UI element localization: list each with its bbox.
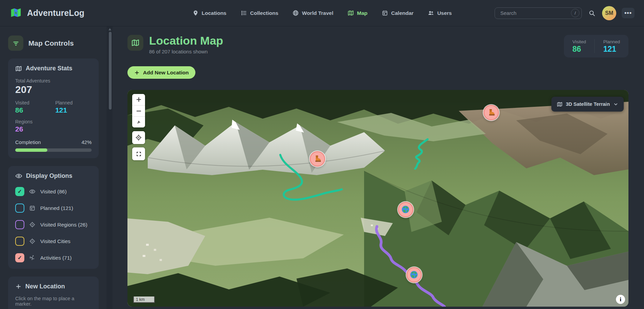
- display-options-heading: Display Options: [15, 172, 92, 180]
- main-navigation: Locations Collections World Travel Map C…: [192, 10, 452, 16]
- checkbox-planned[interactable]: [15, 204, 24, 213]
- adventurelog-logo-icon: [9, 7, 22, 20]
- calendar-icon: [29, 205, 35, 211]
- compass-icon: [136, 119, 142, 125]
- zoom-in-button[interactable]: [132, 94, 145, 105]
- adventure-stats-heading: Adventure Stats: [15, 65, 92, 72]
- nav-item-world-travel[interactable]: World Travel: [292, 10, 333, 16]
- map-marker-activity-hike[interactable]: [310, 151, 325, 167]
- eye-icon: [15, 172, 22, 180]
- new-location-card: New Location Click on the map to place a…: [8, 277, 99, 309]
- add-new-location-button[interactable]: Add New Location: [127, 66, 195, 79]
- more-menu-button[interactable]: •••: [622, 8, 635, 18]
- top-navbar: AdventureLog Locations Collections World…: [0, 0, 644, 26]
- new-location-hint: Click on the map to place a marker.: [15, 296, 92, 307]
- display-option-planned[interactable]: Planned (121): [15, 204, 92, 213]
- map-terrain: [127, 90, 628, 307]
- adventure-stats-card: Adventure Stats Total Adventures 207 Vis…: [8, 58, 99, 158]
- page-title: Location Map: [149, 35, 223, 47]
- calendar-icon: [382, 10, 388, 16]
- geolocate-control: [132, 131, 145, 144]
- brand[interactable]: AdventureLog: [9, 7, 84, 20]
- map-icon: [127, 35, 143, 51]
- page-subtitle: 86 of 207 locations shown: [149, 49, 223, 54]
- display-option-activities[interactable]: ✓ Activities (71): [15, 253, 92, 262]
- content-scrollbar[interactable]: [108, 26, 113, 309]
- info-icon: i: [620, 296, 621, 303]
- map-marker-activity-hike[interactable]: [483, 105, 499, 120]
- globe-icon: [292, 10, 299, 16]
- search-shortcut-badge: /: [571, 9, 579, 17]
- checkbox-visited[interactable]: ✓: [15, 187, 24, 196]
- new-location-heading: New Location: [15, 283, 92, 290]
- zoom-control-group: [132, 94, 145, 127]
- checkbox-activities[interactable]: ✓: [15, 253, 24, 262]
- eye-icon: [29, 188, 35, 195]
- app-title: AdventureLog: [27, 8, 84, 18]
- stat-regions: Regions 26: [15, 119, 92, 133]
- compass-button[interactable]: [132, 116, 145, 127]
- search-icon: [589, 10, 595, 17]
- stat-total-adventures: Total Adventures 207: [15, 78, 92, 95]
- plus-icon: [136, 97, 142, 102]
- map-marker-location[interactable]: [398, 202, 413, 217]
- attribution-info-button[interactable]: i: [616, 295, 625, 304]
- geolocate-button[interactable]: [132, 131, 145, 144]
- mini-stat-planned: Planned 121: [595, 39, 628, 53]
- users-icon: [428, 10, 434, 16]
- display-option-visited[interactable]: ✓ Visited (86): [15, 187, 92, 196]
- scrollbar-thumb[interactable]: [109, 32, 112, 110]
- display-options-card: Display Options ✓ Visited (86) Planned (…: [8, 166, 99, 269]
- chevron-down-icon: [613, 102, 618, 107]
- sidebar-title: Map Controls: [28, 39, 74, 47]
- ellipsis-icon: •••: [624, 9, 632, 17]
- search-input[interactable]: [500, 10, 568, 16]
- hiking-boot-icon: [487, 108, 496, 117]
- scroll-up-arrow-icon[interactable]: [109, 28, 111, 30]
- search-button[interactable]: [587, 8, 597, 18]
- nav-item-calendar[interactable]: Calendar: [382, 10, 413, 16]
- sidebar-header: Map Controls: [8, 35, 99, 51]
- mini-stat-visited: Visited 86: [564, 39, 595, 53]
- geolocate-icon: [135, 134, 142, 141]
- checkbox-visited-cities[interactable]: [15, 237, 24, 246]
- pin-icon: [192, 10, 199, 16]
- zoom-out-button[interactable]: [132, 105, 145, 116]
- nav-item-collections[interactable]: Collections: [241, 10, 279, 16]
- nav-item-map[interactable]: Map: [348, 10, 367, 16]
- plus-icon: [15, 283, 22, 290]
- minus-icon: [136, 108, 142, 114]
- map-marker-location[interactable]: [406, 267, 422, 283]
- target-icon: [29, 221, 35, 228]
- navbar-actions: / SM •••: [495, 6, 635, 20]
- stat-planned: Planned 121: [55, 100, 92, 114]
- completion-value: 42%: [81, 139, 92, 145]
- search-box: /: [495, 7, 582, 19]
- completion-progress: [15, 148, 92, 152]
- sidebar-map-controls: Map Controls Adventure Stats Total Adven…: [0, 26, 107, 309]
- fullscreen-button[interactable]: [132, 147, 145, 160]
- display-option-visited-regions[interactable]: Visited Regions (26): [15, 220, 92, 229]
- display-option-visited-cities[interactable]: Visited Cities: [15, 237, 92, 246]
- nav-item-locations[interactable]: Locations: [192, 10, 226, 16]
- map-mini-stats: Visited 86 Planned 121: [564, 35, 628, 57]
- map-style-selector[interactable]: 3D Satellite Terrain: [551, 97, 624, 112]
- fullscreen-control: [132, 147, 145, 160]
- filter-icon: [8, 35, 23, 51]
- map-icon: [15, 65, 22, 72]
- nav-item-users[interactable]: Users: [428, 10, 452, 16]
- earth-globe-icon: [401, 205, 410, 214]
- map-scale-bar: 1 km: [133, 296, 155, 303]
- map-icon: [557, 101, 563, 107]
- stat-visited: Visited 86: [15, 100, 55, 114]
- map-canvas[interactable]: 3D Satellite Terrain 1 km i: [127, 90, 628, 307]
- earth-globe-icon: [409, 270, 419, 279]
- hiking-boot-icon: [313, 154, 322, 163]
- user-avatar[interactable]: SM: [602, 6, 616, 20]
- runner-icon: [29, 255, 35, 261]
- checkbox-visited-regions[interactable]: [15, 220, 24, 229]
- completion-row: Completion 42%: [15, 139, 92, 145]
- map-icon: [348, 10, 354, 16]
- main-content: Location Map 86 of 207 locations shown V…: [113, 26, 644, 309]
- fullscreen-icon: [136, 151, 142, 157]
